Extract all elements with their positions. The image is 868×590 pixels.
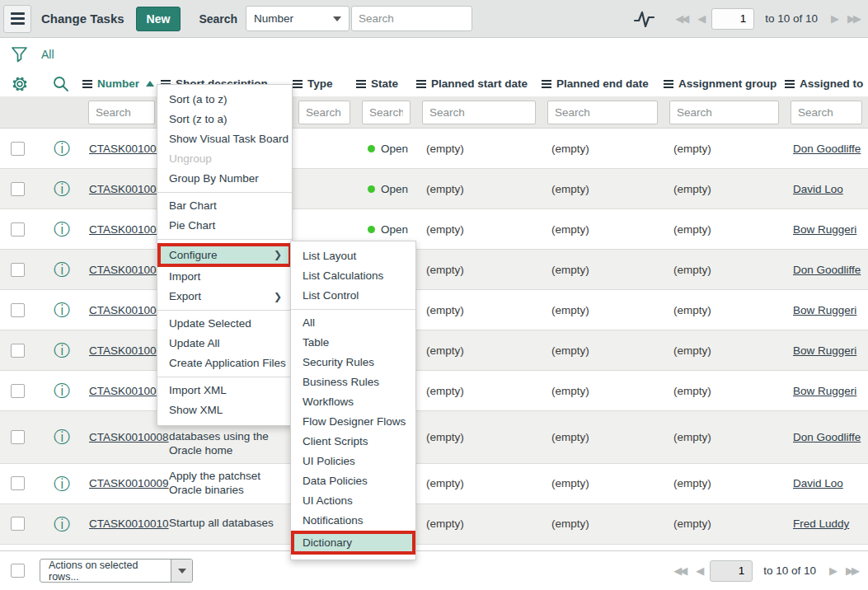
assigned-to-link[interactable]: Bow Ruggeri [793,344,856,357]
info-icon[interactable]: ⓘ [54,180,70,198]
column-search-input-type[interactable] [298,101,350,124]
previous-page-icon[interactable]: ◀ [695,12,706,25]
list-search-toggle[interactable] [45,75,82,93]
list-controls-gear[interactable] [0,75,45,93]
submenu-arrow-icon: ❯ [274,287,282,307]
menu-item-client-scripts[interactable]: Client Scripts [291,432,415,452]
list-search-input[interactable] [351,6,472,31]
info-icon[interactable]: ⓘ [54,382,70,400]
assigned-to-link[interactable]: Bow Ruggeri [793,304,856,316]
last-page-icon[interactable]: ▶▶ [843,564,860,577]
info-icon[interactable]: ⓘ [54,341,70,359]
column-search-input-state[interactable] [362,101,411,124]
menu-item-import-xml[interactable]: Import XML [157,381,292,400]
menu-item-show-visual-task-board[interactable]: Show Visual Task Board [157,129,292,149]
app-menu-button[interactable] [3,5,31,33]
menu-item-security-rules[interactable]: Security Rules [291,353,415,372]
next-page-icon[interactable]: ▶ [827,564,838,577]
menu-item-create-application-files[interactable]: Create Application Files [157,354,292,373]
menu-item-configure[interactable]: Configure❯ [157,243,292,267]
new-button[interactable]: New [136,7,181,31]
menu-item-bar-chart[interactable]: Bar Chart [157,196,292,216]
row-checkbox[interactable] [11,384,25,398]
last-page-icon[interactable]: ▶▶ [845,12,861,25]
column-header-assigned-to[interactable]: Assigned to [785,77,868,90]
first-page-icon[interactable]: ◀◀ [671,564,687,577]
row-checkbox[interactable] [11,517,25,531]
column-search-input-assigned-to[interactable] [791,101,862,124]
menu-item-export[interactable]: Export❯ [157,287,292,307]
info-icon[interactable]: ⓘ [54,301,70,319]
assigned-to-link[interactable]: Don Goodliffe [793,264,861,276]
assigned-to-link[interactable]: David Loo [793,183,843,195]
info-icon[interactable]: ⓘ [54,139,70,157]
menu-item-show-xml[interactable]: Show XML [157,400,292,420]
filter-funnel-icon[interactable] [11,46,28,63]
column-header-number[interactable]: Number [82,77,161,90]
menu-item-pie-chart[interactable]: Pie Chart [157,216,292,236]
info-icon[interactable]: ⓘ [54,475,70,493]
number-link[interactable]: CTASK0010008 [89,431,169,443]
column-header-state[interactable]: State [356,77,416,90]
menu-item-list-calculations[interactable]: List Calculations [291,266,415,286]
menu-item-ui-policies[interactable]: UI Policies [291,452,415,471]
next-page-icon[interactable]: ▶ [828,12,839,25]
info-icon[interactable]: ⓘ [54,428,70,446]
previous-page-icon[interactable]: ◀ [693,564,704,577]
column-header-planned-end-date[interactable]: Planned end date [542,77,664,90]
row-checkbox[interactable] [11,263,25,277]
menu-item-list-control[interactable]: List Control [291,286,415,306]
column-header-assignment-group[interactable]: Assignment group [664,77,785,90]
row-checkbox[interactable] [11,222,25,236]
menu-item-sort-z-to-a-[interactable]: Sort (z to a) [157,110,292,129]
menu-item-dictionary[interactable]: Dictionary [291,531,415,555]
row-checkbox[interactable] [11,182,25,196]
row-checkbox[interactable] [11,142,25,156]
menu-item-list-layout[interactable]: List Layout [291,246,415,266]
number-link[interactable]: CTASK0010009 [89,477,169,489]
actions-select[interactable]: Actions on selected rows... [40,559,193,583]
column-search-input-number[interactable] [88,101,155,124]
column-search-input-assignment-group[interactable] [669,101,779,124]
row-checkbox[interactable] [11,344,25,358]
column-search-input-planned-end-date[interactable] [547,101,658,124]
assigned-to-link[interactable]: Don Goodliffe [793,431,861,443]
row-checkbox[interactable] [11,303,25,317]
menu-item-ui-actions[interactable]: UI Actions [291,491,415,511]
assigned-to-link[interactable]: Bow Ruggeri [793,385,856,397]
assigned-to-link[interactable]: David Loo [793,477,843,489]
menu-item-update-selected[interactable]: Update Selected [157,314,292,334]
menu-item-table[interactable]: Table [291,333,415,353]
page-number-input[interactable] [710,560,753,582]
menu-item-group-by-number[interactable]: Group By Number [157,169,292,189]
select-all-checkbox[interactable] [11,564,25,578]
number-link[interactable]: CTASK0010010 [89,517,169,530]
info-icon[interactable]: ⓘ [54,515,70,533]
menu-item-workflows[interactable]: Workflows [291,392,415,412]
breadcrumb-all-link[interactable]: All [41,48,54,61]
column-header-type[interactable]: Type [293,77,356,90]
assigned-to-link[interactable]: Don Goodliffe [793,143,861,155]
column-search-input-planned-start-date[interactable] [422,101,536,124]
menu-item-data-policies[interactable]: Data Policies [291,471,415,491]
info-icon[interactable]: ⓘ [54,220,70,238]
menu-item-import[interactable]: Import [157,267,292,287]
row-checkbox[interactable] [11,430,25,444]
menu-item-sort-a-to-z-[interactable]: Sort (a to z) [157,90,292,110]
menu-item-all[interactable]: All [291,313,415,333]
menu-item-business-rules[interactable]: Business Rules [291,372,415,392]
page-number-input[interactable] [711,8,754,30]
activity-stream-icon[interactable] [632,7,655,30]
actions-select-chevron [171,560,192,582]
column-header-planned-start-date[interactable]: Planned start date [416,77,542,90]
menu-item-update-all[interactable]: Update All [157,334,292,354]
menu-item-flow-designer-flows[interactable]: Flow Designer Flows [291,412,415,432]
info-icon[interactable]: ⓘ [54,260,70,279]
search-field-select[interactable]: Number [246,6,350,31]
first-page-icon[interactable]: ◀◀ [673,12,689,25]
row-checkbox[interactable] [11,476,25,490]
state-cell: Open [356,183,416,195]
assigned-to-link[interactable]: Bow Ruggeri [793,223,856,236]
assigned-to-link[interactable]: Fred Luddy [793,517,849,530]
menu-item-notifications[interactable]: Notifications [291,511,415,531]
